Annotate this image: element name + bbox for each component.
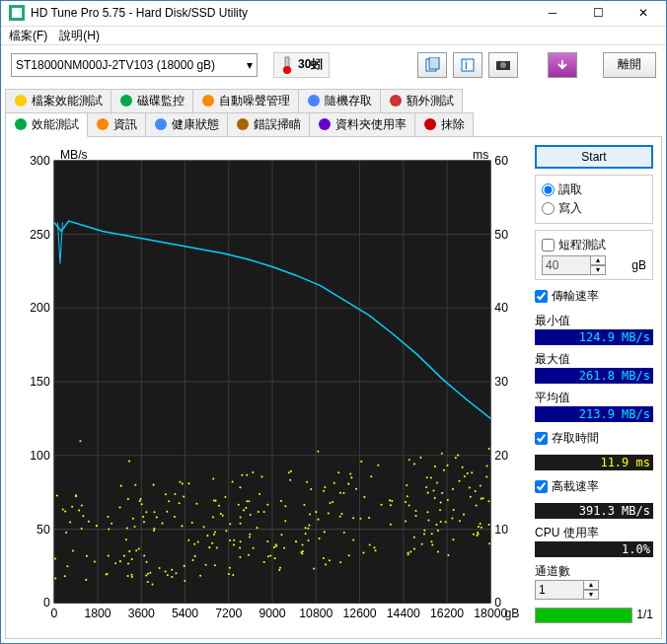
svg-point-188: [389, 499, 391, 501]
tab-錯誤掃瞄[interactable]: 錯誤掃瞄: [227, 112, 310, 136]
svg-point-206: [213, 499, 215, 501]
spin-up[interactable]: ▲: [590, 255, 606, 265]
svg-point-253: [212, 477, 214, 479]
svg-point-350: [329, 559, 331, 561]
svg-point-320: [128, 460, 130, 462]
min-label: 最小值: [535, 314, 570, 327]
benchmark-chart: 0501001502002503000102030405060018003600…: [14, 145, 527, 630]
svg-point-106: [452, 538, 454, 540]
svg-point-346: [447, 553, 449, 555]
window-title: HD Tune Pro 5.75 - Hard Disk/SSD Utility: [31, 6, 530, 20]
tab-抹除[interactable]: 抹除: [414, 112, 474, 136]
svg-point-230: [239, 556, 241, 558]
svg-point-264: [488, 524, 490, 526]
tab-檔案效能測試[interactable]: 檔案效能測試: [5, 89, 111, 112]
ch-down[interactable]: ▼: [583, 590, 599, 600]
copy-text-button[interactable]: [417, 52, 447, 78]
tab-資料夾使用率[interactable]: 資料夾使用率: [309, 112, 415, 136]
svg-point-78: [453, 508, 455, 510]
tab-額外測試[interactable]: 額外測試: [380, 89, 463, 112]
tab-自動噪聲管理[interactable]: 自動噪聲管理: [192, 89, 299, 112]
svg-point-132: [352, 517, 354, 519]
tab-健康狀態[interactable]: 健康狀態: [145, 112, 228, 136]
close-button[interactable]: ✕: [621, 1, 666, 26]
transfer-check[interactable]: 傳輸速率: [535, 288, 653, 305]
tab-label: 健康狀態: [172, 116, 219, 133]
svg-point-136: [248, 553, 250, 555]
svg-point-309: [126, 527, 128, 529]
tab-隨機存取[interactable]: 隨機存取: [298, 89, 381, 112]
svg-point-287: [249, 533, 251, 535]
svg-point-140: [308, 539, 310, 541]
svg-point-154: [283, 546, 285, 548]
read-radio[interactable]: 讀取: [542, 181, 646, 198]
svg-point-259: [120, 484, 122, 486]
short-size-spinner[interactable]: ▲▼: [542, 255, 606, 275]
svg-point-252: [56, 494, 58, 496]
menu-help[interactable]: 說明(H): [59, 28, 100, 44]
svg-point-196: [54, 557, 56, 559]
svg-point-164: [480, 484, 482, 486]
svg-point-286: [175, 572, 177, 574]
svg-point-326: [390, 523, 392, 525]
access-check[interactable]: 存取時間: [535, 430, 653, 447]
svg-text:16200: 16200: [430, 606, 464, 619]
svg-point-233: [307, 527, 309, 529]
tab-label: 錯誤掃瞄: [254, 116, 301, 133]
svg-point-159: [191, 522, 193, 524]
svg-point-89: [324, 486, 326, 488]
svg-point-304: [138, 547, 140, 549]
spin-down[interactable]: ▼: [590, 265, 606, 275]
screenshot-button[interactable]: [488, 52, 518, 78]
svg-point-231: [480, 523, 482, 525]
tab-磁碟監控[interactable]: 磁碟監控: [111, 89, 193, 112]
minimize-button[interactable]: ─: [530, 1, 575, 26]
svg-point-160: [140, 498, 142, 500]
channels-label: 通道數: [535, 564, 570, 578]
svg-point-141: [81, 528, 83, 530]
exit-button[interactable]: 離開: [603, 52, 656, 78]
svg-point-282: [205, 563, 207, 565]
svg-point-308: [349, 472, 351, 474]
maximize-button[interactable]: ☐: [575, 1, 621, 26]
svg-point-301: [266, 540, 268, 542]
channels-input[interactable]: [535, 580, 584, 600]
svg-point-105: [199, 574, 201, 576]
svg-point-173: [486, 465, 488, 466]
svg-point-194: [139, 500, 141, 502]
svg-point-276: [278, 569, 280, 571]
drive-select[interactable]: ST18000NM000J-2TV103 (18000 gB) ▾: [11, 53, 258, 77]
svg-point-209: [256, 527, 258, 529]
tab-icon: [201, 94, 215, 107]
save-button[interactable]: [548, 52, 577, 78]
menu-file[interactable]: 檔案(F): [9, 28, 47, 44]
tab-icon: [307, 94, 321, 107]
svg-point-113: [408, 504, 410, 506]
svg-point-340: [301, 552, 303, 554]
svg-point-339: [151, 583, 153, 585]
ch-up[interactable]: ▲: [583, 580, 599, 590]
svg-point-318: [473, 533, 475, 535]
svg-point-16: [97, 118, 109, 130]
svg-text:10800: 10800: [299, 606, 333, 619]
svg-point-156: [246, 473, 248, 475]
short-test-check[interactable]: 短程測試: [542, 237, 646, 253]
svg-text:50: 50: [37, 522, 50, 536]
svg-point-226: [330, 502, 332, 504]
svg-text:ms: ms: [473, 147, 488, 161]
copy-info-button[interactable]: i: [453, 52, 482, 78]
svg-point-212: [440, 521, 442, 523]
burst-check[interactable]: 高載速率: [535, 478, 653, 495]
tab-效能測試[interactable]: 效能測試: [5, 112, 88, 137]
svg-point-292: [127, 498, 129, 500]
write-radio[interactable]: 寫入: [542, 200, 646, 217]
svg-point-274: [225, 530, 227, 532]
svg-point-295: [434, 497, 436, 499]
svg-point-195: [243, 509, 245, 511]
channels-spinner[interactable]: ▲▼: [535, 580, 653, 600]
start-button[interactable]: Start: [535, 145, 653, 169]
svg-point-281: [275, 543, 277, 545]
svg-point-178: [240, 522, 242, 524]
svg-point-157: [305, 533, 307, 535]
tab-資訊[interactable]: 資訊: [87, 112, 146, 136]
